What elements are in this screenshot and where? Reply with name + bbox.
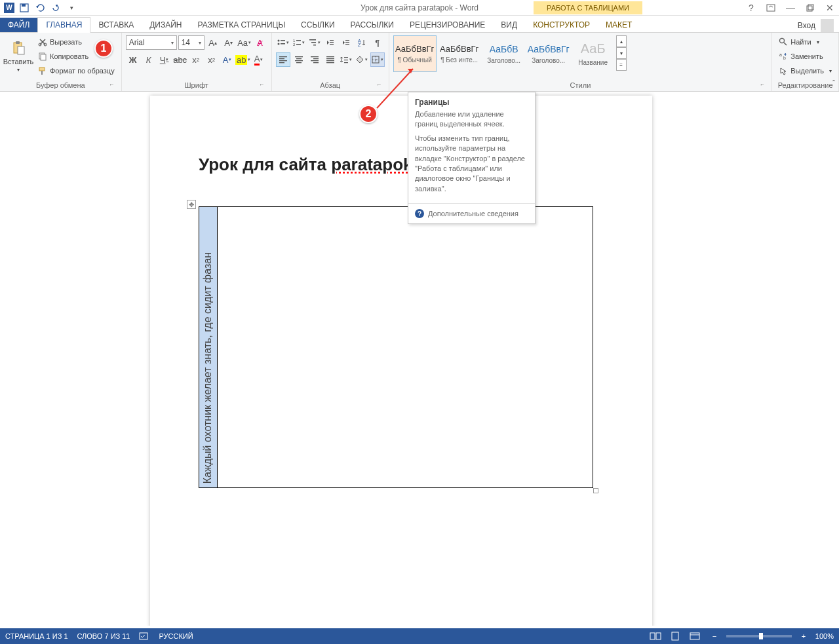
tab-review[interactable]: РЕЦЕНЗИРОВАНИЕ <box>402 18 493 32</box>
table-cell-left[interactable]: Каждый охотник желает знать, где сидит ф… <box>199 207 218 487</box>
view-read-button[interactable] <box>648 630 663 642</box>
zoom-out-button[interactable]: − <box>707 630 722 642</box>
svg-point-14 <box>278 40 280 42</box>
zoom-level[interactable]: 100% <box>815 632 834 640</box>
tab-design[interactable]: ДИЗАЙН <box>142 18 189 32</box>
line-spacing-button[interactable]: ▾ <box>339 52 353 67</box>
gallery-scroll[interactable]: ▴▾≡ <box>616 35 627 71</box>
collapse-ribbon-button[interactable]: ˆ <box>832 79 835 88</box>
status-page[interactable]: СТРАНИЦА 1 ИЗ 1 <box>5 632 68 640</box>
ribbon-display-button[interactable] <box>764 1 777 14</box>
font-color-button[interactable]: A▾ <box>252 52 266 67</box>
group-paragraph-label: Абзац <box>320 81 340 89</box>
tab-page-layout[interactable]: РАЗМЕТКА СТРАНИЦЫ <box>190 18 294 32</box>
tab-constructor[interactable]: КОНСТРУКТОР <box>525 18 598 32</box>
status-words[interactable]: СЛОВО 7 ИЗ 11 <box>77 632 130 640</box>
table-cell-right[interactable] <box>218 207 593 487</box>
find-button[interactable]: Найти▾ <box>776 35 821 48</box>
tab-insert[interactable]: ВСТАВКА <box>90 18 142 32</box>
style-gallery[interactable]: АаБбВвГг¶ Обычный АаБбВвГг¶ Без инте... … <box>393 35 627 72</box>
numbering-button[interactable]: 12▾ <box>292 35 306 50</box>
svg-rect-46 <box>326 58 334 59</box>
quick-access-toolbar: W ▾ <box>0 2 81 14</box>
zoom-slider[interactable] <box>726 635 792 637</box>
increase-indent-button[interactable] <box>339 35 353 50</box>
view-print-button[interactable] <box>667 630 683 642</box>
document-heading[interactable]: Урок для сайта paratapok <box>199 155 604 175</box>
highlight-button[interactable]: ab▾ <box>236 52 250 67</box>
group-paragraph: ▾ 12▾ ▾ AZ ¶ ▾ ▾ ▾ Абзац⌐ <box>272 33 389 91</box>
superscript-button[interactable]: x2 <box>205 52 219 67</box>
tab-home[interactable]: ГЛАВНАЯ <box>37 17 90 33</box>
user-avatar[interactable] <box>821 19 834 32</box>
change-case-button[interactable]: Aa▾ <box>237 35 252 50</box>
sort-button[interactable]: AZ <box>355 35 369 50</box>
document-page[interactable]: Урок для сайта paratapok ✥ Каждый охотни… <box>150 96 652 626</box>
title-bar: W ▾ Урок для сайта paratapok - Word РАБО… <box>0 0 839 16</box>
redo-button[interactable] <box>50 2 62 14</box>
svg-rect-11 <box>41 54 46 60</box>
document-table[interactable]: ✥ Каждый охотник желает знать, где сидит… <box>199 206 604 488</box>
svg-rect-39 <box>295 60 303 61</box>
shading-button[interactable]: ▾ <box>355 52 369 67</box>
svg-rect-51 <box>344 62 348 63</box>
text-effects-button[interactable]: A▾ <box>220 52 235 67</box>
justify-button[interactable] <box>323 52 338 67</box>
maximize-button[interactable] <box>804 1 817 14</box>
view-web-button[interactable] <box>687 630 703 642</box>
tooltip-more-link[interactable]: ? Дополнительные сведения <box>408 203 535 223</box>
show-marks-button[interactable]: ¶ <box>370 35 385 50</box>
styles-launcher[interactable]: ⌐ <box>758 81 766 88</box>
select-button[interactable]: Выделить▾ <box>776 64 834 77</box>
strikethrough-button[interactable]: abc <box>173 52 187 67</box>
font-name-value: Arial <box>129 38 145 47</box>
align-center-button[interactable] <box>292 52 306 67</box>
paste-button[interactable]: Вставить ▾ <box>4 35 33 77</box>
style-heading1[interactable]: АаБбВЗаголово... <box>482 35 526 72</box>
subscript-button[interactable]: x2 <box>189 52 203 67</box>
italic-button[interactable]: К <box>142 52 156 67</box>
font-size-combo[interactable]: 14▾ <box>178 35 205 50</box>
group-font: Arial▾ 14▾ A▴ A▾ Aa▾ A̷ Ж К Ч▾ abc x2 x2… <box>122 33 272 91</box>
table-move-handle[interactable]: ✥ <box>187 200 196 209</box>
style-title[interactable]: АаБНазвание <box>572 35 615 72</box>
font-name-combo[interactable]: Arial▾ <box>126 35 177 50</box>
table-resize-handle[interactable] <box>593 488 598 493</box>
minimize-button[interactable]: — <box>784 1 797 14</box>
group-font-label: Шрифт <box>185 81 208 89</box>
bold-button[interactable]: Ж <box>126 52 140 67</box>
replace-button[interactable]: abЗаменить <box>776 50 825 63</box>
borders-button[interactable]: ▾ <box>370 52 385 67</box>
decrease-indent-button[interactable] <box>323 35 338 50</box>
svg-rect-26 <box>330 42 334 43</box>
clipboard-launcher[interactable]: ⌐ <box>108 81 116 88</box>
bullets-button[interactable]: ▾ <box>276 35 290 50</box>
tab-mailings[interactable]: РАССЫЛКИ <box>343 18 402 32</box>
style-nospacing[interactable]: АаБбВвГг¶ Без инте... <box>438 35 481 72</box>
align-right-button[interactable] <box>307 52 322 67</box>
status-language[interactable]: РУССКИЙ <box>159 632 193 640</box>
style-heading2[interactable]: АаБбВвГгЗаголово... <box>527 35 570 72</box>
align-left-button[interactable] <box>276 52 290 67</box>
grow-font-button[interactable]: A▴ <box>206 35 220 50</box>
help-button[interactable]: ? <box>745 1 758 14</box>
clear-formatting-button[interactable]: A̷ <box>253 35 267 50</box>
undo-button[interactable] <box>34 2 46 14</box>
shrink-font-button[interactable]: A▾ <box>222 35 236 50</box>
tab-references[interactable]: ССЫЛКИ <box>293 18 342 32</box>
underline-button[interactable]: Ч▾ <box>157 52 172 67</box>
format-painter-button[interactable]: Формат по образцу <box>35 64 117 77</box>
login-link[interactable]: Вход <box>798 21 815 30</box>
qat-customize[interactable]: ▾ <box>66 2 77 14</box>
font-launcher[interactable]: ⌐ <box>258 81 266 88</box>
borders-tooltip: Границы Добавление или удаление границ в… <box>408 92 536 224</box>
tab-file[interactable]: ФАЙЛ <box>0 18 37 32</box>
zoom-in-button[interactable]: + <box>796 630 811 642</box>
close-button[interactable]: ✕ <box>823 1 836 14</box>
tab-view[interactable]: ВИД <box>493 18 525 32</box>
save-button[interactable] <box>18 2 30 14</box>
svg-rect-37 <box>295 56 303 57</box>
tab-table-layout[interactable]: МАКЕТ <box>598 18 640 32</box>
multilevel-button[interactable]: ▾ <box>307 35 322 50</box>
status-proofing-icon[interactable] <box>139 632 149 641</box>
